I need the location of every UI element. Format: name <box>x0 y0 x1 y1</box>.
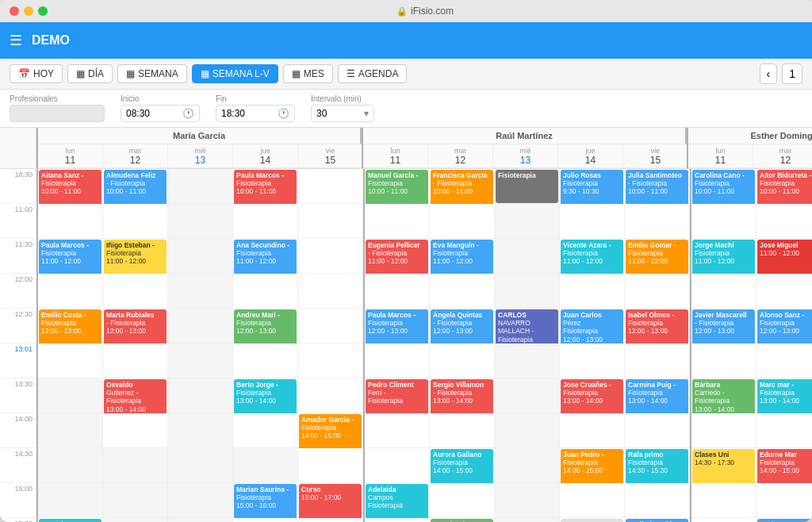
event-beatriz-rios[interactable]: Beatriz Ríos Fisioterapia 15:00 - 16:00 <box>431 519 493 522</box>
day-raul-lun: lun11 <box>363 144 428 168</box>
esther-lun-slot-1500 <box>691 483 756 518</box>
maria-lun-slot-1400 <box>38 413 102 448</box>
raul-lun-slot-1430 <box>365 448 429 483</box>
maria-mar-slot-1330: Osvaldo Gutierrez - Fisioterapia 13:00 -… <box>103 378 167 413</box>
maria-lun-slot-1530: Joaquín Martínez - Fisioterapia 15:00 - … <box>38 518 102 522</box>
maria-mie-slot-1430 <box>168 448 232 483</box>
raul-mie-slot-1200 <box>495 274 559 309</box>
maria-mie-slot-1230 <box>168 309 232 344</box>
raul-col-group: Manuel García - Fisioterapia 10:00 - 11:… <box>363 169 690 522</box>
day-maria-lun: lun11 <box>38 144 103 168</box>
lock-icon: 🔒 <box>396 6 408 17</box>
prof-name-esther: Esther Domingo <box>688 128 812 144</box>
filter-fin: Fin 18:30 🕐 <box>216 94 295 122</box>
raul-lun-col: Manuel García - Fisioterapia 10:00 - 11:… <box>365 169 430 522</box>
clock-icon-fin: 🕐 <box>278 108 289 119</box>
raul-jue-slot-1030: Julio Rosas Fisioterapia 9:30 - 10:30 <box>560 169 624 204</box>
maria-mar-slot-1530 <box>103 518 167 522</box>
maria-lun-slot-1030: Aitana Sanz - Fisioterapia 10:00 - 11:00 <box>38 169 102 204</box>
raul-mie-slot-1530 <box>495 518 559 522</box>
agenda-icon: ☰ <box>347 68 355 79</box>
maria-jue-slot-1130: Ana Secundino - Fisioterapia 11:00 - 12:… <box>233 239 297 274</box>
filter-inicio: Inicio 08:30 🕐 <box>121 94 200 122</box>
btn-semana[interactable]: ▦ SEMANA <box>117 64 187 83</box>
btn-dia[interactable]: ▦ DÍA <box>67 64 113 83</box>
event-marian-saurina[interactable]: Marian Saurina - Fisioterapia 15:00 - 16… <box>234 484 297 522</box>
esther-mar-slot-1330: Marc mar - Fisioterapia 13:00 - 14:00 <box>756 378 812 413</box>
raul-jue-col: Julio Rosas Fisioterapia 9:30 - 10:30 Vi… <box>560 169 625 522</box>
event-matias-fer[interactable]: Matias Fer - Fisioterapia 15:00 - 16:00 <box>757 519 812 522</box>
close-button[interactable] <box>10 6 19 16</box>
event-maribel-verdu[interactable]: Maribel Verdú - Fisioterapia 15:00 - 16:… <box>626 519 688 522</box>
raul-vie-slot-1400 <box>625 413 689 448</box>
maria-lun-slot-1130: Paula Marcos - Fisioterapia 11:00 - 12:0… <box>38 239 102 274</box>
maria-vie-slot-1100 <box>298 204 362 239</box>
maria-vie-slot-1430 <box>298 448 362 483</box>
esther-lun-slot-1230: Javier Mascarell - Fisioterapia 12:00 - … <box>691 309 756 344</box>
maria-jue-slot-1300 <box>233 344 297 378</box>
day-esther-lun: lun11 <box>688 144 753 168</box>
day-maria-mar: mar12 <box>103 144 168 168</box>
esther-mar-slot-1430: Edurne Mar Fisioterapia 14:00 - 15:00 <box>756 448 812 483</box>
filter-intervalo: Intervalo (min) 30 ▾ <box>311 94 374 122</box>
app-window: 🔒 iFisio.com ☰ DEMO 📅 HOY ▦ DÍA ▦ SEMANA… <box>0 0 812 522</box>
raul-jue-slot-1500 <box>560 483 624 518</box>
btn-semana-lv[interactable]: ▦ SEMANA L-V <box>192 64 278 83</box>
btn-mes[interactable]: ▦ MES <box>283 64 333 83</box>
raul-mar-slot-1100 <box>430 204 494 239</box>
body-columns: Aitana Sanz - Fisioterapia 10:00 - 11:00… <box>36 169 812 522</box>
raul-mie-slot-1430 <box>495 448 559 483</box>
profesionales-input[interactable] <box>10 105 105 122</box>
raul-jue-slot-1330: Jose Cruañes - Fisioterapia 13:00 - 14:0… <box>560 378 624 413</box>
raul-jue-slot-1100 <box>560 204 624 239</box>
raul-mar-slot-1530: Beatriz Ríos Fisioterapia 15:00 - 16:00 <box>430 518 494 522</box>
event-facturar[interactable]: Facturar <box>561 519 623 522</box>
event-curso[interactable]: Curso 15:00 - 17:00 <box>299 484 362 522</box>
raul-vie-slot-1330: Carmina Puig - Fisioterapia 13:00 - 14:0… <box>625 378 689 413</box>
raul-lun-slot-1230: Paula Marcos - Fisioterapia 12:00 - 13:0… <box>365 309 429 344</box>
raul-vie-slot-1530: Maribel Verdú - Fisioterapia 15:00 - 16:… <box>625 518 689 522</box>
event-adelaida[interactable]: Adelaida Campos Fisioterapia <box>366 484 428 522</box>
btn-hoy[interactable]: 📅 HOY <box>10 64 63 83</box>
maria-vie-slot-1500: Curso 15:00 - 17:00 <box>298 483 362 518</box>
raul-mie-slot-1030: Fisioterapia <box>495 169 559 204</box>
nav-prev[interactable]: ‹ <box>760 63 778 84</box>
maria-col-group: Aitana Sanz - Fisioterapia 10:00 - 11:00… <box>36 169 363 522</box>
esther-mar-slot-1530: Matias Fer - Fisioterapia 15:00 - 16:00 <box>756 518 812 522</box>
days-row-raul: lun11 mar12 mié13 jue14 vie15 <box>363 144 687 168</box>
maximize-button[interactable] <box>38 6 48 16</box>
maria-jue-slot-1430 <box>233 448 297 483</box>
event-joaquin-martinez-lun[interactable]: Joaquín Martínez - Fisioterapia 15:00 - … <box>39 519 102 522</box>
intervalo-value: 30 <box>316 108 327 119</box>
btn-agenda[interactable]: ☰ AGENDA <box>338 64 408 83</box>
esther-lun-slot-1400 <box>691 413 756 448</box>
raul-vie-slot-1430: Rafa primo Fisioterapia 14:30 - 15:30 <box>625 448 689 483</box>
esther-lun-slot-1530 <box>691 518 756 522</box>
minimize-button[interactable] <box>24 6 33 16</box>
raul-vie-slot-1130: Emilio Gomar - Fisioterapia 11:00 - 12:0… <box>625 239 689 274</box>
day-maria-vie: vie15 <box>298 144 363 168</box>
prof-name-raul: Raúl Martínez <box>363 128 687 144</box>
esther-mar-slot-1100 <box>756 204 812 239</box>
maria-vie-slot-1330 <box>298 378 362 413</box>
event-fisioterapia-mie[interactable]: Fisioterapia <box>496 170 558 203</box>
title-bar: 🔒 iFisio.com <box>0 0 812 22</box>
prof-group-maria: María García lun11 mar12 mié13 jue14 <box>36 128 362 168</box>
day-raul-mie: mié13 <box>493 144 558 168</box>
app-header: ☰ DEMO <box>0 22 812 59</box>
all-columns: Aitana Sanz - Fisioterapia 10:00 - 11:00… <box>36 169 812 522</box>
day-raul-jue: jue14 <box>558 144 623 168</box>
maria-lun-slot-1500 <box>38 483 102 518</box>
esther-lun-slot-1330: Bárbara Carriedo - Fisioterapia 13:00 - … <box>691 378 756 413</box>
maria-mar-slot-1300 <box>103 344 167 378</box>
raul-mie-slot-1130 <box>495 239 559 274</box>
maria-jue-slot-1330: Berto Jorge - Fisioterapia 13:00 - 14:00 <box>233 378 297 413</box>
raul-vie-slot-1030: Julia Santimoteo - Fisioterapia 10:00 - … <box>625 169 689 204</box>
menu-icon[interactable]: ☰ <box>10 32 22 49</box>
raul-mie-slot-1500 <box>495 483 559 518</box>
maria-jue-col: Paula Marcos - Fisioterapia 10:00 - 11:0… <box>233 169 298 522</box>
nav-next[interactable]: 1 <box>782 63 802 84</box>
raul-mie-col: Fisioterapia CARLOS NAVARRO MALLACH - <box>495 169 560 522</box>
calendar-icon: 📅 <box>18 68 30 79</box>
calendar-header: María García lun11 mar12 mié13 jue14 <box>0 128 812 169</box>
